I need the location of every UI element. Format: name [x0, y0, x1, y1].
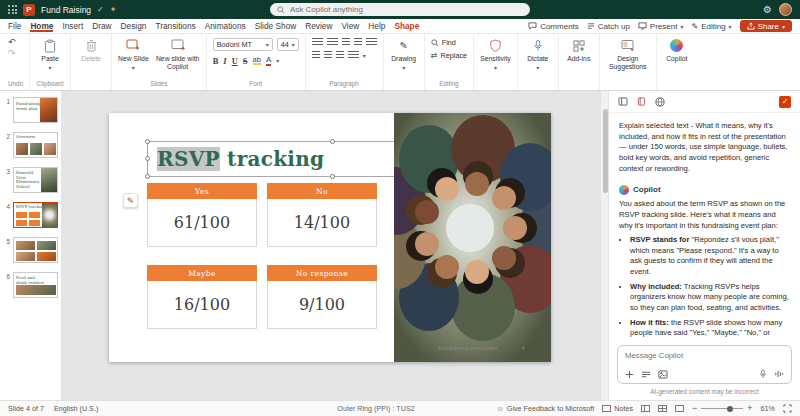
bullets-button[interactable] [312, 38, 323, 47]
justify-button[interactable] [348, 51, 359, 60]
delete-button[interactable]: Delete [77, 38, 105, 63]
present-button[interactable]: Present ▾ [638, 22, 684, 31]
menu-tab-slideshow[interactable]: Slide Show [255, 21, 297, 31]
zoom-slider[interactable] [701, 408, 743, 409]
slide-counter[interactable]: Slide 4 of 7 [8, 404, 44, 413]
underline-button[interactable]: U [232, 56, 238, 66]
slide-title[interactable]: RSVP tracking [157, 147, 324, 171]
menu-tab-file[interactable]: File [8, 21, 21, 31]
align-right-button[interactable] [336, 51, 344, 60]
slide-4[interactable]: RSVP tracking ✎ Yes 61/100 No 14/100 May… [109, 113, 551, 362]
message-copilot-input[interactable]: Message Copilot [617, 345, 792, 384]
addins-button[interactable]: Add-ins [565, 38, 593, 63]
scrollbar-thumb[interactable] [603, 109, 608, 193]
replace-button[interactable]: ⇄ Replace [431, 51, 467, 60]
document-title[interactable]: Fund Raising [41, 5, 91, 15]
new-slide-copilot-button[interactable]: ✦ New slide with Copilot [156, 38, 200, 71]
slide-thumbnail-4-selected[interactable]: 4 RSVP tracking [0, 202, 61, 228]
menu-tab-shape[interactable]: Shape [394, 21, 419, 31]
sensitivity-button[interactable]: Sensitivity ▾ [480, 38, 511, 72]
reading-view-button[interactable] [675, 405, 684, 412]
selected-text[interactable]: RSVP [157, 147, 220, 171]
editing-mode-button[interactable]: ✎ Editing ▾ [691, 22, 731, 31]
font-color-button[interactable]: A [266, 56, 271, 66]
zoom-percentage[interactable]: 61% [761, 404, 775, 413]
inline-pen-floatie[interactable]: ✎ [123, 193, 138, 208]
table-cell-no-response[interactable]: No response 9/100 [267, 265, 377, 329]
zoom-in-button[interactable]: + [747, 404, 752, 413]
zoom-slider-knob[interactable] [727, 406, 733, 412]
fit-to-window-icon[interactable] [783, 404, 792, 413]
avatar[interactable] [779, 3, 792, 16]
numbering-button[interactable] [327, 38, 338, 47]
menu-tab-draw[interactable]: Draw [92, 21, 111, 31]
copilot-button[interactable]: Copilot [663, 38, 691, 63]
table-cell-maybe[interactable]: Maybe 16/100 [147, 265, 257, 329]
menu-tab-help[interactable]: Help [368, 21, 385, 31]
huddle-photo[interactable] [394, 113, 551, 362]
menu-tab-insert[interactable]: Insert [62, 21, 83, 31]
menu-tab-review[interactable]: Review [305, 21, 332, 31]
more-font-options-icon[interactable]: ▾ [276, 57, 279, 64]
slide-thumbnail-1[interactable]: 1 Fundraising event plan [0, 97, 61, 123]
resize-handle[interactable] [145, 156, 150, 161]
menu-tab-design[interactable]: Design [121, 21, 147, 31]
settings-gear-icon[interactable]: ⚙ [763, 5, 772, 15]
menu-tab-animations[interactable]: Animations [205, 21, 246, 31]
menu-tab-view[interactable]: View [341, 21, 359, 31]
app-launcher-icon[interactable] [8, 5, 17, 14]
normal-view-button[interactable] [641, 405, 650, 412]
line-spacing-button[interactable] [366, 38, 377, 47]
dictate-button[interactable]: Dictate ▾ [524, 38, 552, 72]
font-name-select[interactable]: Bodoni MT ▾ [213, 38, 273, 51]
slide-thumbnail-2[interactable]: 2 Overview [0, 132, 61, 158]
image-icon[interactable] [658, 370, 668, 379]
catch-up-button[interactable]: Catch up [587, 22, 630, 31]
slide-thumbnail-5[interactable]: 5 [0, 237, 61, 263]
share-button[interactable]: Share ▾ [740, 20, 792, 32]
copilot-spark-icon[interactable]: ✦ [110, 5, 117, 14]
powerpoint-icon[interactable]: P [23, 4, 35, 16]
search-input[interactable]: Ask Copilot anything [270, 3, 530, 16]
font-size-select[interactable]: 44 ▾ [277, 38, 299, 51]
canvas-scrollbar[interactable] [600, 91, 608, 400]
indent-decrease-button[interactable] [342, 38, 350, 47]
drawing-button[interactable]: ✎ Drawing ▾ [390, 38, 418, 72]
copilot-conversation[interactable]: Explain selected text - What it means, w… [609, 113, 800, 340]
slide-thumbnail-3[interactable]: 3 Emerald View Elementary School [0, 167, 61, 193]
language-indicator[interactable]: English (U.S.) [54, 404, 98, 413]
table-cell-no[interactable]: No 14/100 [267, 183, 377, 247]
bold-button[interactable]: B [213, 56, 219, 66]
undo-button[interactable]: ↶ [8, 38, 16, 47]
more-paragraph-options-icon[interactable]: ▾ [363, 52, 366, 59]
prompt-library-icon[interactable] [641, 370, 651, 379]
indent-increase-button[interactable] [354, 38, 362, 47]
resize-handle[interactable] [330, 174, 335, 179]
menu-tab-transitions[interactable]: Transitions [155, 21, 195, 31]
notebook-icon[interactable] [637, 97, 646, 106]
table-cell-yes[interactable]: Yes 61/100 [147, 183, 257, 247]
zoom-out-button[interactable]: − [692, 404, 697, 413]
new-slide-button[interactable]: New Slide ▾ [118, 38, 149, 72]
tasks-complete-badge[interactable]: ✓ [779, 96, 791, 108]
feedback-link[interactable]: ☺ Give Feedback to Microsoft [496, 404, 594, 413]
resize-handle[interactable] [330, 139, 335, 144]
strikethrough-button[interactable]: S [243, 56, 248, 66]
align-center-button[interactable] [324, 51, 332, 60]
find-button[interactable]: Find [431, 38, 467, 47]
mic-icon[interactable] [759, 369, 767, 379]
plus-icon[interactable] [625, 370, 634, 379]
globe-icon[interactable] [655, 97, 665, 107]
rsvp-table[interactable]: Yes 61/100 No 14/100 Maybe 16/100 No res… [147, 183, 377, 329]
paste-button[interactable]: Paste ▾ [36, 38, 64, 72]
slide-sorter-view-button[interactable] [658, 405, 667, 412]
resize-handle[interactable] [145, 174, 150, 179]
slide-thumbnail-6[interactable]: 6 Food and drink vendors [0, 272, 61, 298]
resize-handle[interactable] [145, 139, 150, 144]
voice-wave-icon[interactable] [774, 369, 784, 379]
menu-tab-home[interactable]: Home [30, 21, 53, 32]
align-left-button[interactable] [312, 51, 320, 60]
redo-button[interactable]: ↷ [8, 49, 16, 58]
design-suggestions-button[interactable]: ✦ Design Suggestions [606, 38, 650, 71]
highlight-color-button[interactable]: ab [253, 56, 261, 66]
